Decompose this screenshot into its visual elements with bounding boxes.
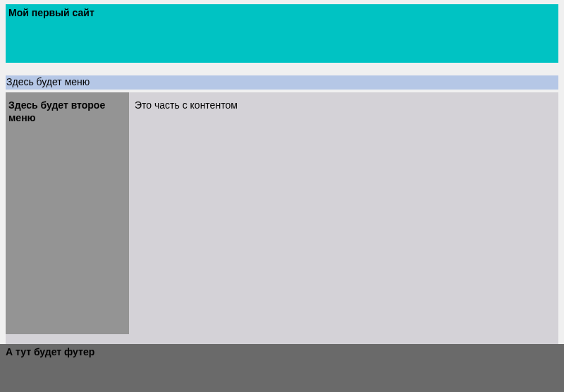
footer-text: А тут будет футер	[6, 346, 94, 357]
footer-gap	[6, 334, 558, 344]
sidebar-label: Здесь будет второе меню	[8, 99, 105, 123]
site-footer: А тут будет футер	[0, 344, 564, 392]
header-gap	[6, 63, 558, 75]
menu-label: Здесь будет меню	[6, 76, 90, 87]
site-header: Мой первый сайт	[6, 4, 558, 63]
content-text: Это часть с контентом	[135, 99, 238, 111]
main-menu-bar[interactable]: Здесь будет меню	[6, 75, 558, 90]
content-area: Это часть с контентом	[129, 92, 558, 334]
main-row: Здесь будет второе меню Это часть с конт…	[6, 92, 558, 334]
header-title: Мой первый сайт	[8, 7, 94, 18]
secondary-menu-sidebar[interactable]: Здесь будет второе меню	[6, 92, 129, 334]
